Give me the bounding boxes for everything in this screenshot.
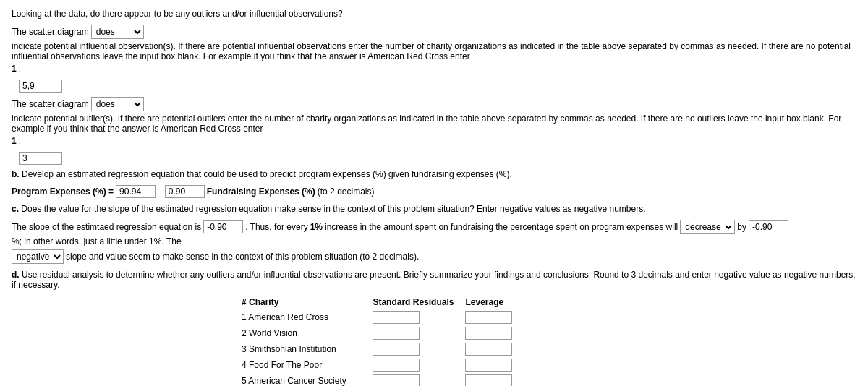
- sr-input-1[interactable]: [373, 311, 420, 324]
- sr-cell-4[interactable]: [367, 357, 459, 373]
- section-b-label: b.: [12, 169, 20, 179]
- charity-name-2: 2 World Vision: [236, 325, 367, 341]
- section-outliers: The scatter diagram does does not indica…: [12, 97, 856, 146]
- section-d-label: d.: [12, 270, 20, 280]
- sr-input-2[interactable]: [373, 327, 420, 340]
- regression-equation: Program Expenses (%) = – Fundraising Exp…: [12, 185, 856, 198]
- charity-name-3: 3 Smithsonian Institution: [236, 341, 367, 357]
- influential-middle-text: indicate potential influential observati…: [12, 41, 856, 61]
- regression-coeff1[interactable]: [116, 185, 156, 198]
- regression-minus: –: [158, 186, 163, 197]
- outliers-prefix: The scatter diagram: [12, 99, 89, 109]
- influential-example-num: 1: [12, 64, 17, 74]
- slope-sentence: The slope of the estimtaed regression eq…: [12, 220, 856, 246]
- outliers-input[interactable]: [19, 152, 62, 165]
- lev-cell-2[interactable]: [459, 325, 518, 341]
- lev-cell-3[interactable]: [459, 341, 518, 357]
- section-b: b. Develop an estimated regression equat…: [12, 169, 856, 179]
- slope-sentence-2: negative positive slope and value seem t…: [12, 249, 856, 264]
- charity-table: # Charity Standard Residuals Leverage 1 …: [236, 296, 518, 386]
- regression-var-label: Fundraising Expenses (%): [207, 186, 315, 197]
- influential-does-select[interactable]: does does not: [91, 25, 144, 39]
- influential-period: .: [19, 64, 21, 74]
- section-c-label: c.: [12, 204, 19, 214]
- regression-label: Program Expenses (%) =: [12, 186, 114, 197]
- sr-input-4[interactable]: [373, 359, 420, 372]
- slope-pct: 1%: [310, 222, 323, 232]
- outliers-middle-text: indicate potential outlier(s). If there …: [12, 113, 856, 134]
- lev-input-2[interactable]: [465, 327, 512, 340]
- lev-input-1[interactable]: [465, 311, 512, 324]
- regression-coeff2[interactable]: [165, 185, 205, 198]
- sr-cell-1[interactable]: [367, 309, 459, 326]
- influential-input[interactable]: [19, 80, 62, 93]
- section-c-text: Does the value for the slope of the esti…: [21, 204, 645, 214]
- sr-cell-3[interactable]: [367, 341, 459, 357]
- slope-prefix: The slope of the estimtaed regression eq…: [12, 222, 201, 232]
- lev-input-4[interactable]: [465, 359, 512, 372]
- lev-input-5[interactable]: [465, 374, 512, 386]
- slope-by: by: [737, 222, 746, 232]
- lev-cell-4[interactable]: [459, 357, 518, 373]
- slope-suffix: %; in other words, just a little under 1…: [12, 236, 182, 246]
- sr-input-3[interactable]: [373, 343, 420, 356]
- regression-note: (to 2 decimals): [318, 186, 375, 197]
- outliers-example-num: 1: [12, 136, 17, 146]
- slope-by-value[interactable]: [749, 220, 788, 233]
- outliers-does-select[interactable]: does does not: [91, 97, 144, 111]
- charity-name-5: 5 American Cancer Society: [236, 373, 367, 386]
- col-charity: # Charity: [236, 296, 367, 309]
- main-heading: Looking at the data, do there appear to …: [12, 7, 856, 20]
- col-leverage: Leverage: [459, 296, 518, 309]
- section-d: d. Use residual analysis to determine wh…: [12, 270, 856, 290]
- lev-cell-1[interactable]: [459, 309, 518, 326]
- slope-sign-select[interactable]: negative positive: [12, 249, 64, 264]
- influential-prefix: The scatter diagram: [12, 27, 89, 37]
- sr-input-5[interactable]: [373, 374, 420, 386]
- lev-input-3[interactable]: [465, 343, 512, 356]
- section-influential: The scatter diagram does does not indica…: [12, 25, 856, 74]
- sr-cell-5[interactable]: [367, 373, 459, 386]
- section-b-text: Develop an estimated regression equation…: [22, 169, 512, 179]
- section-c: c. Does the value for the slope of the e…: [12, 204, 856, 214]
- slope-middle: . Thus, for every: [245, 222, 307, 232]
- col-std-residuals: Standard Residuals: [367, 296, 459, 309]
- sr-cell-2[interactable]: [367, 325, 459, 341]
- slope-end: slope and value seem to make sense in th…: [66, 252, 419, 262]
- outliers-period: .: [19, 136, 21, 146]
- slope-middle2: increase in the amount spent on fundrais…: [325, 222, 678, 232]
- slope-value-input[interactable]: [203, 220, 243, 233]
- charity-name-4: 4 Food For The Poor: [236, 357, 367, 373]
- lev-cell-5[interactable]: [459, 373, 518, 386]
- section-d-text: Use residual analysis to determine wheth…: [12, 270, 856, 290]
- slope-direction-select[interactable]: decrease increase: [680, 220, 735, 234]
- charity-name-1: 1 American Red Cross: [236, 309, 367, 326]
